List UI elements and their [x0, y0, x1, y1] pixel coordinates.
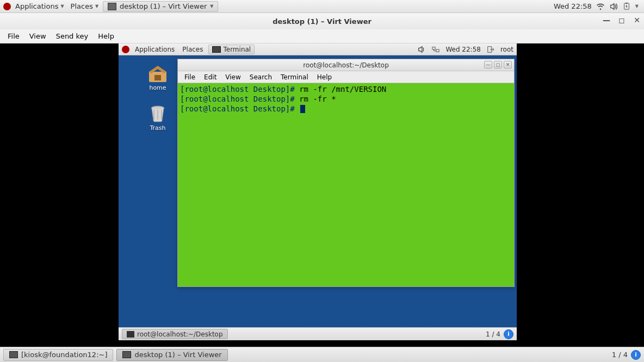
host-places-menu[interactable]: Places ▼	[69, 0, 101, 13]
host-running-task[interactable]: desktop (1) – Virt Viewer ▼	[103, 1, 218, 12]
svg-rect-3	[436, 49, 439, 52]
battery-icon[interactable]	[622, 2, 631, 11]
redhat-icon	[122, 46, 129, 53]
svg-rect-2	[432, 47, 435, 49]
virtviewer-window: desktop (1) – Virt Viewer — ◻ ✕ File Vie…	[0, 13, 644, 347]
host-clock[interactable]: Wed 22:58	[554, 2, 592, 10]
guest-task-label: root@localhost:~/Desktop	[137, 330, 223, 338]
host-workspace-indicator[interactable]: 1 / 4	[612, 351, 628, 359]
network-icon[interactable]	[431, 45, 440, 54]
guest-task-terminal[interactable]: root@localhost:~/Desktop	[122, 329, 228, 339]
terminal-line: [root@localhost Desktop]# rm -fr /mnt/VE…	[180, 84, 512, 94]
vv-menu-view[interactable]: View	[25, 30, 51, 42]
volume-icon[interactable]	[417, 45, 426, 54]
guest-places-label: Places	[182, 46, 203, 53]
terminal-titlebar[interactable]: root@localhost:~/Desktop — ◻ ✕	[178, 59, 514, 71]
guest-top-panel: Applications Places Terminal Wed 22:58 r…	[119, 43, 517, 55]
chevron-down-icon[interactable]: ▼	[635, 4, 639, 9]
trash-icon	[147, 104, 169, 123]
guest-bottom-taskbar: root@localhost:~/Desktop 1 / 4 i	[119, 327, 517, 340]
terminal-window: root@localhost:~/Desktop — ◻ ✕ File Edit…	[177, 59, 515, 287]
minimize-button[interactable]: —	[603, 16, 610, 24]
desktop-icon-trash-label: Trash	[150, 124, 165, 132]
terminal-minimize-button[interactable]: —	[484, 61, 492, 68]
term-menu-help[interactable]: Help	[313, 72, 336, 82]
host-task-virtviewer[interactable]: desktop (1) – Virt Viewer	[116, 349, 227, 361]
applications-label: Applications	[15, 2, 58, 10]
term-menu-view[interactable]: View	[221, 72, 245, 82]
maximize-button[interactable]: ◻	[618, 16, 626, 24]
desktop-icon-home[interactable]: home	[141, 64, 174, 91]
virtviewer-title: desktop (1) – Virt Viewer	[273, 17, 371, 26]
workspace-badge-icon[interactable]: i	[631, 350, 641, 360]
redhat-icon	[3, 3, 11, 10]
chevron-down-icon: ▼	[95, 4, 98, 9]
volume-icon[interactable]	[609, 2, 618, 11]
home-folder-icon	[147, 64, 169, 83]
terminal-thumbnail-icon	[212, 46, 221, 53]
guest-workspace-indicator[interactable]: 1 / 4	[486, 330, 500, 338]
guest-wallpaper[interactable]: home Trash root@localhost:~/Desktop — ◻	[119, 55, 517, 327]
chevron-down-icon: ▼	[210, 4, 213, 9]
term-menu-file[interactable]: File	[180, 72, 200, 82]
term-menu-terminal[interactable]: Terminal	[276, 72, 313, 82]
host-task2-label: desktop (1) – Virt Viewer	[134, 351, 221, 359]
guest-places-menu[interactable]: Places	[180, 43, 205, 55]
vv-menu-sendkey[interactable]: Send key	[52, 30, 93, 42]
virtviewer-display[interactable]: Applications Places Terminal Wed 22:58 r…	[0, 43, 644, 347]
virtviewer-titlebar[interactable]: desktop (1) – Virt Viewer — ◻ ✕	[0, 13, 644, 29]
terminal-cursor	[300, 105, 305, 113]
workspace-badge-icon[interactable]: i	[504, 329, 513, 339]
guest-desktop-area: Applications Places Terminal Wed 22:58 r…	[119, 43, 517, 340]
term-menu-edit[interactable]: Edit	[200, 72, 221, 82]
terminal-body[interactable]: [root@localhost Desktop]# rm -fr /mnt/VE…	[178, 83, 514, 286]
host-applications-menu[interactable]: Applications ▼	[13, 0, 66, 13]
terminal-menubar: File Edit View Search Terminal Help	[178, 71, 514, 83]
vv-menu-help[interactable]: Help	[94, 30, 119, 42]
desktop-icon-trash[interactable]: Trash	[141, 104, 174, 132]
guest-clock[interactable]: Wed 22:58	[445, 46, 481, 53]
svg-rect-1	[626, 3, 628, 4]
guest-user-label[interactable]: root	[500, 46, 513, 53]
chevron-down-icon: ▼	[60, 4, 64, 9]
window-thumbnail-icon	[9, 351, 18, 358]
host-task1-label: [kiosk@foundation12:~]	[21, 351, 107, 359]
host-bottom-taskbar: [kiosk@foundation12:~] desktop (1) – Vir…	[0, 347, 644, 362]
guest-running-app[interactable]: Terminal	[208, 45, 255, 54]
guest-applications-menu[interactable]: Applications	[133, 43, 177, 55]
host-task-kiosk-terminal[interactable]: [kiosk@foundation12:~]	[3, 349, 113, 361]
desktop-icon-home-label: home	[149, 84, 166, 91]
virtviewer-menubar: File View Send key Help	[0, 29, 644, 43]
vv-menu-file[interactable]: File	[3, 30, 24, 42]
close-button[interactable]: ✕	[633, 16, 641, 24]
terminal-line: [root@localhost Desktop]#	[180, 104, 512, 114]
window-thumbnail-icon	[127, 331, 134, 338]
host-top-panel: Applications ▼ Places ▼ desktop (1) – Vi…	[0, 0, 644, 13]
terminal-line: [root@localhost Desktop]# rm -fr *	[180, 94, 512, 104]
wifi-icon[interactable]	[596, 2, 605, 11]
window-thumbnail-icon	[108, 3, 116, 10]
term-menu-search[interactable]: Search	[245, 72, 276, 82]
guest-running-label: Terminal	[223, 46, 251, 53]
terminal-maximize-button[interactable]: ◻	[494, 61, 502, 68]
guest-applications-label: Applications	[135, 46, 175, 53]
terminal-title: root@localhost:~/Desktop	[303, 61, 389, 69]
logout-icon[interactable]	[486, 45, 495, 54]
places-label: Places	[71, 2, 93, 10]
window-thumbnail-icon	[122, 351, 131, 358]
svg-rect-5	[154, 75, 161, 80]
host-running-task-label: desktop (1) – Virt Viewer	[120, 2, 207, 10]
terminal-close-button[interactable]: ✕	[504, 61, 512, 68]
